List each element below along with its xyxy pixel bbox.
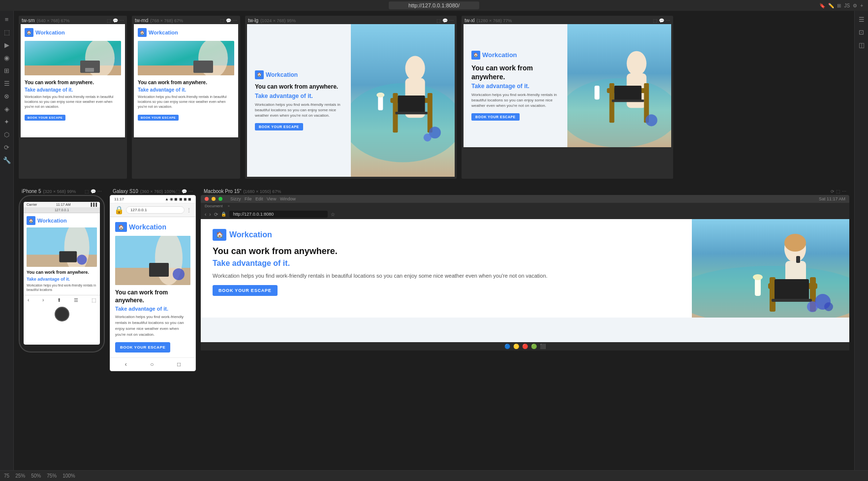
macbook-tab[interactable]: Document	[205, 204, 222, 208]
right-sidebar-icon-1[interactable]: ☰	[856, 14, 867, 25]
svg-rect-15	[428, 93, 433, 132]
svg-rect-4	[85, 68, 94, 72]
sidebar-icon-9[interactable]: ✦	[1, 116, 12, 127]
macbook-url-bar[interactable]: http://127.0.0.1:8080	[229, 211, 328, 218]
galaxy-browser-bar[interactable]: 🔒 127.0.0.1 ⋮	[110, 203, 195, 217]
bottom-100[interactable]: 100%	[62, 473, 75, 479]
iphone5-back[interactable]: ‹	[28, 297, 29, 303]
frame-xl-icon-1[interactable]: ⬚	[653, 18, 657, 23]
iphone5-share[interactable]: ⬆	[57, 297, 61, 303]
bottom-25[interactable]: 25%	[15, 473, 25, 479]
svg-rect-18	[378, 96, 383, 110]
sidebar-icon-12[interactable]: 🔧	[1, 155, 12, 165]
dock-icon-2[interactable]: 🟡	[513, 344, 519, 349]
frame-xl-icon-2[interactable]: 💬	[659, 18, 664, 23]
macbook-back-icon[interactable]: ‹	[205, 212, 206, 217]
iphone5-tabs[interactable]: ⬚	[92, 297, 96, 303]
frame-md-icon-1[interactable]: ⬚	[220, 18, 224, 23]
sidebar-icon-11[interactable]: ⟳	[1, 142, 12, 153]
macbook-btn[interactable]: BOOK YOUR ESCAPE	[213, 285, 278, 296]
frame-lg-icon-2[interactable]: 💬	[442, 18, 448, 23]
sidebar-icon-7[interactable]: ⊗	[1, 91, 12, 101]
svg-rect-16	[398, 96, 425, 113]
galaxy-nav[interactable]: ‹ ○ □	[110, 357, 195, 371]
galaxy-menu-icon[interactable]: ⋮	[186, 207, 191, 213]
mac-minimize-btn[interactable]	[212, 197, 216, 201]
iphone5-icon-3[interactable]: ⋯	[97, 189, 102, 194]
galaxy-recent[interactable]: □	[177, 361, 181, 368]
sidebar-icon-10[interactable]: ⬡	[1, 129, 12, 140]
frame-icon-2[interactable]: 💬	[113, 18, 118, 23]
bottom-75[interactable]: 75%	[47, 473, 57, 479]
iphone5-battery: ▐▐▐	[90, 203, 97, 206]
frame-icon-3[interactable]: ⋯	[120, 18, 124, 23]
macbook-icon-2[interactable]: ⬚	[836, 189, 840, 194]
macbook-refresh-icon[interactable]: ⟳	[214, 212, 218, 217]
frame-tw-lg: tw-lg (1024 × 768) 95% ⬚ 💬 ⋯ 🏠 Workcatio…	[245, 16, 457, 179]
sidebar-icon-8[interactable]: ◈	[1, 103, 12, 114]
iphone5-device: Carrier 11:17 AM ▐▐▐ 127.0.0.1 🏠 Workcat…	[19, 195, 105, 353]
mac-fullscreen-btn[interactable]	[218, 197, 222, 201]
right-sidebar: ☰ ⊡ ◫	[854, 11, 868, 481]
macbook-icon-3[interactable]: ⋯	[842, 189, 846, 194]
iphone5-nav[interactable]: ‹ › ⬆ ☰ ⬚	[24, 295, 100, 305]
frame-xl-icon-3[interactable]: ⋯	[666, 18, 670, 23]
right-sidebar-icon-2[interactable]: ⊡	[856, 27, 867, 37]
url-bar[interactable]: http://127.0.0.1:8080/	[389, 1, 479, 9]
frame-md-icon-2[interactable]: 💬	[226, 18, 231, 23]
iphone5-logo-text: Workcation	[37, 218, 67, 224]
macbook-tabbar[interactable]: Document ×	[201, 203, 849, 209]
dock-icon-4[interactable]: 🟢	[531, 344, 537, 349]
frame-lg-icon-3[interactable]: ⋯	[449, 18, 454, 23]
galaxy-icon-1[interactable]: ⬚	[176, 189, 180, 194]
sidebar-icon-1[interactable]: ≡	[1, 14, 12, 25]
galaxy-icon-2[interactable]: 💬	[182, 189, 187, 194]
main-content: tw-sm (640 × 768) 67% ⬚ 💬 ⋯ 🏠 Workcation	[14, 11, 854, 470]
dock-icon-3[interactable]: 🔴	[522, 344, 528, 349]
svg-rect-31	[594, 86, 599, 99]
galaxy-home[interactable]: ○	[150, 361, 154, 368]
macbook-forward-icon[interactable]: ›	[209, 212, 211, 217]
svg-rect-30	[612, 99, 644, 102]
sidebar-icon-6[interactable]: ☰	[1, 78, 12, 89]
dock-icon-5[interactable]: ⬛	[540, 344, 546, 349]
iphone5-icon-2[interactable]: 💬	[91, 189, 96, 194]
wc-logo-md: 🏠 Workcation	[138, 28, 234, 37]
iphone5-bookmarks[interactable]: ☰	[74, 297, 78, 303]
mac-close-btn[interactable]	[205, 197, 209, 201]
sidebar-icon-5[interactable]: ⊞	[1, 65, 12, 76]
macbook-wc-left: 🏠 Workcation You can work from anywhere.…	[201, 219, 692, 318]
wc-btn-lg[interactable]: BOOK YOUR ESCAPE	[255, 123, 303, 130]
devices-row: iPhone 5 (320 × 568) 99% ⬚ 💬 ⋯ Carrier 1…	[19, 187, 849, 371]
galaxy-icon-3[interactable]: ⋯	[188, 189, 193, 194]
wc-btn-xl[interactable]: BOOK YOUR ESCAPE	[471, 113, 520, 121]
sidebar-icon-4[interactable]: ◉	[1, 52, 12, 63]
sidebar-icon-2[interactable]: ⬚	[1, 27, 12, 37]
macbook-bookmarks-icon[interactable]: ☆	[331, 212, 335, 217]
frame-md-icon-3[interactable]: ⋯	[233, 18, 237, 23]
galaxy-url[interactable]: 127.0.0.1	[126, 206, 185, 214]
svg-rect-41	[149, 263, 169, 277]
iphone5-icon-1[interactable]: ⬚	[85, 189, 89, 194]
macbook-icon-1[interactable]: ⟳	[831, 189, 835, 194]
svg-point-54	[753, 274, 763, 280]
galaxy-status-icons: ▲ ◉ ◼ ◼ ◼ ◼	[165, 197, 191, 201]
svg-rect-36	[59, 251, 77, 262]
right-sidebar-icon-3[interactable]: ◫	[856, 39, 867, 50]
macbook-size: (1680 × 1050) 67%	[243, 189, 281, 194]
bottom-zoom-75[interactable]: 75	[4, 473, 9, 479]
galaxy-back[interactable]: ‹	[125, 361, 127, 368]
frame-icon-1[interactable]: ⬚	[107, 18, 111, 23]
galaxy-screen: 11:17 ▲ ◉ ◼ ◼ ◼ ◼ 🔒 127.0.0.1 ⋮ 🏠 Workca…	[110, 195, 196, 371]
bottom-50[interactable]: 50%	[31, 473, 41, 479]
dock-icon-1[interactable]: 🔵	[504, 344, 510, 349]
macbook-tab-close[interactable]: ×	[227, 204, 230, 208]
galaxy-btn[interactable]: BOOK YOUR ESCAPE	[115, 342, 170, 353]
iphone5-forward[interactable]: ›	[42, 297, 44, 303]
wc-btn-sm[interactable]: BOOK YOUR ESCAPE	[25, 115, 65, 121]
svg-rect-51	[775, 279, 809, 300]
frame-lg-icon-1[interactable]: ⬚	[436, 18, 441, 23]
wc-btn-md[interactable]: BOOK YOUR ESCAPE	[138, 115, 179, 121]
sidebar-icon-3[interactable]: ▶	[1, 39, 12, 50]
iphone5-home-btn[interactable]	[55, 307, 69, 321]
